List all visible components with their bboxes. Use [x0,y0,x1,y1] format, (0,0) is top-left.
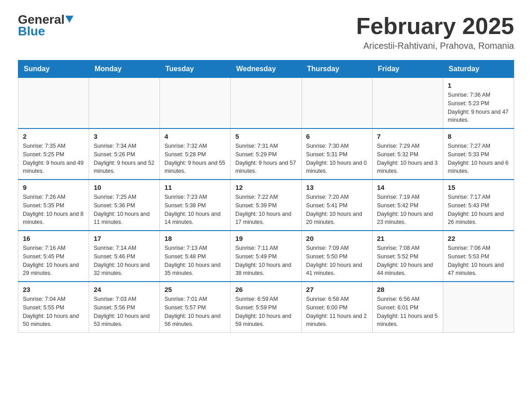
day-number: 20 [306,235,368,242]
day-info: Sunrise: 7:31 AMSunset: 5:29 PMDaylight:… [235,142,296,176]
weekday-header-row: SundayMondayTuesdayWednesdayThursdayFrid… [18,60,514,78]
calendar-cell: 17Sunrise: 7:14 AMSunset: 5:46 PMDayligh… [89,231,160,282]
weekday-header-saturday: Saturday [443,60,514,78]
day-number: 23 [23,286,84,293]
day-number: 6 [306,133,368,140]
location: Aricestii-Rahtivani, Prahova, Romania [356,41,514,51]
day-number: 22 [448,235,509,242]
calendar-cell: 5Sunrise: 7:31 AMSunset: 5:29 PMDaylight… [231,128,301,180]
weekday-header-wednesday: Wednesday [231,60,301,78]
day-info: Sunrise: 7:06 AMSunset: 5:53 PMDaylight:… [448,244,509,278]
calendar-cell: 18Sunrise: 7:13 AMSunset: 5:48 PMDayligh… [160,231,231,282]
day-info: Sunrise: 7:30 AMSunset: 5:31 PMDaylight:… [306,142,368,176]
day-number: 1 [448,81,509,89]
day-number: 11 [164,184,226,191]
weekday-header-monday: Monday [89,60,160,78]
calendar-cell: 23Sunrise: 7:04 AMSunset: 5:55 PMDayligh… [18,282,89,333]
calendar-cell: 20Sunrise: 7:09 AMSunset: 5:50 PMDayligh… [301,231,372,282]
day-number: 7 [377,133,438,140]
calendar-cell [443,282,514,333]
calendar-cell: 15Sunrise: 7:17 AMSunset: 5:43 PMDayligh… [443,180,514,231]
day-number: 21 [377,235,438,242]
calendar-cell: 12Sunrise: 7:22 AMSunset: 5:39 PMDayligh… [231,180,301,231]
weekday-header-friday: Friday [372,60,443,78]
calendar-week-row: 1Sunrise: 7:36 AMSunset: 5:23 PMDaylight… [18,78,514,129]
calendar-week-row: 23Sunrise: 7:04 AMSunset: 5:55 PMDayligh… [18,282,514,333]
calendar-table: SundayMondayTuesdayWednesdayThursdayFrid… [18,60,514,333]
day-info: Sunrise: 7:27 AMSunset: 5:33 PMDaylight:… [448,142,509,176]
calendar-cell: 1Sunrise: 7:36 AMSunset: 5:23 PMDaylight… [443,78,514,129]
day-number: 25 [164,286,226,293]
title-area: February 2025 Aricestii-Rahtivani, Praho… [356,13,514,51]
day-info: Sunrise: 7:32 AMSunset: 5:28 PMDaylight:… [164,142,226,176]
day-number: 5 [235,133,296,140]
day-info: Sunrise: 6:59 AMSunset: 5:59 PMDaylight:… [235,295,296,329]
calendar-cell: 3Sunrise: 7:34 AMSunset: 5:26 PMDaylight… [89,128,160,180]
logo-blue: Blue [18,24,45,39]
day-number: 18 [164,235,226,242]
day-number: 2 [23,133,84,140]
day-number: 19 [235,235,296,242]
day-info: Sunrise: 7:26 AMSunset: 5:35 PMDaylight:… [23,193,84,227]
day-number: 15 [448,184,509,191]
weekday-header-sunday: Sunday [18,60,89,78]
calendar-cell [231,78,301,129]
day-info: Sunrise: 6:56 AMSunset: 6:01 PMDaylight:… [377,295,438,329]
calendar-cell [89,78,160,129]
day-number: 13 [306,184,368,191]
calendar-cell: 6Sunrise: 7:30 AMSunset: 5:31 PMDaylight… [301,128,372,180]
calendar-cell: 21Sunrise: 7:08 AMSunset: 5:52 PMDayligh… [372,231,443,282]
calendar-week-row: 16Sunrise: 7:16 AMSunset: 5:45 PMDayligh… [18,231,514,282]
day-info: Sunrise: 7:34 AMSunset: 5:26 PMDaylight:… [94,142,155,176]
logo: General Blue [18,13,73,39]
calendar-cell: 19Sunrise: 7:11 AMSunset: 5:49 PMDayligh… [231,231,301,282]
calendar-cell: 2Sunrise: 7:35 AMSunset: 5:25 PMDaylight… [18,128,89,180]
day-info: Sunrise: 7:11 AMSunset: 5:49 PMDaylight:… [235,244,296,278]
calendar-cell: 11Sunrise: 7:23 AMSunset: 5:38 PMDayligh… [160,180,231,231]
day-info: Sunrise: 7:25 AMSunset: 5:36 PMDaylight:… [94,193,155,227]
calendar-cell [18,78,89,129]
day-number: 26 [235,286,296,293]
calendar-cell: 25Sunrise: 7:01 AMSunset: 5:57 PMDayligh… [160,282,231,333]
weekday-header-tuesday: Tuesday [160,60,231,78]
day-number: 16 [23,235,84,242]
calendar-cell: 26Sunrise: 6:59 AMSunset: 5:59 PMDayligh… [231,282,301,333]
day-number: 3 [94,133,155,140]
calendar-cell [160,78,231,129]
day-info: Sunrise: 7:14 AMSunset: 5:46 PMDaylight:… [94,244,155,278]
day-info: Sunrise: 7:23 AMSunset: 5:38 PMDaylight:… [164,193,226,227]
day-info: Sunrise: 7:16 AMSunset: 5:45 PMDaylight:… [23,244,84,278]
day-info: Sunrise: 7:04 AMSunset: 5:55 PMDaylight:… [23,295,84,329]
day-info: Sunrise: 7:13 AMSunset: 5:48 PMDaylight:… [164,244,226,278]
day-info: Sunrise: 7:01 AMSunset: 5:57 PMDaylight:… [164,295,226,329]
calendar-week-row: 9Sunrise: 7:26 AMSunset: 5:35 PMDaylight… [18,180,514,231]
calendar-cell: 22Sunrise: 7:06 AMSunset: 5:53 PMDayligh… [443,231,514,282]
day-info: Sunrise: 7:22 AMSunset: 5:39 PMDaylight:… [235,193,296,227]
day-info: Sunrise: 7:08 AMSunset: 5:52 PMDaylight:… [377,244,438,278]
day-info: Sunrise: 7:35 AMSunset: 5:25 PMDaylight:… [23,142,84,176]
calendar-cell [372,78,443,129]
day-info: Sunrise: 7:36 AMSunset: 5:23 PMDaylight:… [448,91,509,124]
day-info: Sunrise: 6:58 AMSunset: 6:00 PMDaylight:… [306,295,368,329]
calendar-cell: 7Sunrise: 7:29 AMSunset: 5:32 PMDaylight… [372,128,443,180]
calendar-week-row: 2Sunrise: 7:35 AMSunset: 5:25 PMDaylight… [18,128,514,180]
day-info: Sunrise: 7:03 AMSunset: 5:56 PMDaylight:… [94,295,155,329]
weekday-header-thursday: Thursday [301,60,372,78]
month-title: February 2025 [356,13,514,39]
day-number: 12 [235,184,296,191]
day-info: Sunrise: 7:17 AMSunset: 5:43 PMDaylight:… [448,193,509,227]
day-number: 27 [306,286,368,293]
day-number: 8 [448,133,509,140]
calendar-cell [301,78,372,129]
day-info: Sunrise: 7:29 AMSunset: 5:32 PMDaylight:… [377,142,438,176]
logo-arrow-icon [65,16,73,26]
day-info: Sunrise: 7:19 AMSunset: 5:42 PMDaylight:… [377,193,438,227]
day-info: Sunrise: 7:09 AMSunset: 5:50 PMDaylight:… [306,244,368,278]
calendar-cell: 10Sunrise: 7:25 AMSunset: 5:36 PMDayligh… [89,180,160,231]
calendar-cell: 24Sunrise: 7:03 AMSunset: 5:56 PMDayligh… [89,282,160,333]
calendar-cell: 13Sunrise: 7:20 AMSunset: 5:41 PMDayligh… [301,180,372,231]
day-number: 17 [94,235,155,242]
svg-marker-0 [65,16,73,23]
day-info: Sunrise: 7:20 AMSunset: 5:41 PMDaylight:… [306,193,368,227]
calendar-cell: 14Sunrise: 7:19 AMSunset: 5:42 PMDayligh… [372,180,443,231]
